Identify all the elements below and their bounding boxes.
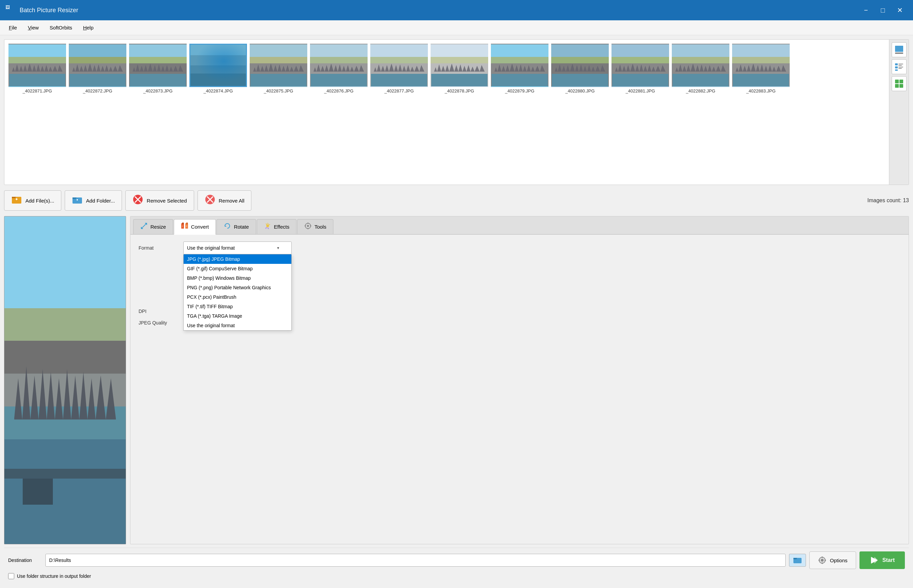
remove-selected-button[interactable]: Remove Selected [125, 191, 194, 211]
gallery-view-grid-button[interactable] [892, 76, 907, 91]
tabs-row: Resize J P Convert [131, 216, 908, 235]
tab-rotate[interactable]: Rotate [217, 219, 256, 234]
thumb-label: _4022873.JPG [143, 89, 173, 94]
folder-structure-checkbox[interactable] [8, 573, 14, 579]
dropdown-option-tif[interactable]: TIF (*.tif) TIFF Bitmap [184, 302, 291, 311]
gallery-view-large-button[interactable] [892, 42, 907, 57]
svg-rect-6 [898, 67, 903, 68]
thumb-label: _4022876.JPG [324, 89, 354, 94]
destination-input[interactable] [45, 554, 785, 567]
toolbar-row: Add File(s)... Add Folder... [4, 188, 909, 213]
remove-all-button[interactable]: Remove All [197, 191, 252, 211]
svg-line-39 [266, 227, 267, 229]
list-view-icon [894, 62, 904, 71]
thumb-image [370, 44, 428, 87]
list-item[interactable]: _4022879.JPG [491, 44, 548, 94]
tab-resize-label: Resize [150, 224, 166, 229]
title-bar: 🖼 Batch Picture Resizer − □ ✕ [0, 0, 913, 20]
tools-icon [304, 222, 312, 231]
tab-effects[interactable]: Effects [257, 219, 297, 234]
gallery-panel: _4022871.JPG _4022872.JPG _4022873.JPG [4, 39, 909, 185]
dropdown-option-jpg[interactable]: JPG (*.jpg) JPEG Bitmap [184, 254, 291, 264]
tab-tools[interactable]: Tools [297, 219, 333, 234]
start-button[interactable]: Start [860, 551, 905, 569]
list-item[interactable]: _4022877.JPG [370, 44, 428, 94]
list-item[interactable]: _4022873.JPG [129, 44, 187, 94]
menu-help[interactable]: Help [78, 23, 98, 32]
list-item[interactable]: _4022882.JPG [672, 44, 729, 94]
close-button[interactable]: ✕ [892, 4, 908, 16]
options-label: Options [830, 557, 848, 563]
preview-panel [4, 216, 126, 544]
start-label: Start [882, 557, 895, 563]
list-item[interactable]: _4022878.JPG [431, 44, 488, 94]
list-item[interactable]: _4022872.JPG [69, 44, 126, 94]
gallery-scroll[interactable]: _4022871.JPG _4022872.JPG _4022873.JPG [5, 40, 889, 184]
svg-line-36 [266, 223, 267, 225]
dropdown-option-png[interactable]: PNG (*.png) Portable Network Graphics [184, 283, 291, 292]
destination-browse-button[interactable] [789, 554, 806, 567]
list-item[interactable]: _4022881.JPG [611, 44, 669, 94]
add-files-icon [11, 194, 22, 207]
folder-structure-row: Use folder structure in output folder [8, 572, 905, 580]
gallery-view-list-button[interactable] [892, 59, 907, 74]
add-files-button[interactable]: Add File(s)... [4, 191, 61, 211]
maximize-button[interactable]: □ [875, 4, 890, 16]
tab-rotate-label: Rotate [234, 224, 249, 229]
thumb-image [551, 44, 609, 87]
options-button[interactable]: Options [810, 551, 856, 569]
grid-view-icon [894, 79, 904, 89]
dropdown-option-original[interactable]: Use the original format [184, 321, 291, 330]
convert-icon: J P [181, 222, 188, 231]
thumb-image [611, 44, 669, 87]
thumb-label: _4022871.JPG [23, 89, 52, 94]
folder-structure-label[interactable]: Use folder structure in output folder [17, 573, 91, 579]
svg-rect-10 [900, 79, 903, 83]
app-icon: 🖼 [5, 5, 16, 16]
format-dropdown-button[interactable]: Use the original format ▾ [183, 241, 292, 254]
tab-resize[interactable]: Resize [133, 219, 173, 234]
dropdown-option-tga[interactable]: TGA (*.tga) TARGA Image [184, 311, 291, 321]
minimize-button[interactable]: − [858, 4, 874, 16]
list-item[interactable]: _4022876.JPG [310, 44, 368, 94]
tab-convert[interactable]: J P Convert [174, 219, 216, 235]
menu-softorbits[interactable]: SoftOrbits [45, 23, 77, 32]
thumb-label: _4022882.JPG [686, 89, 716, 94]
list-item[interactable]: _4022880.JPG [551, 44, 609, 94]
svg-rect-16 [16, 198, 17, 200]
menu-view[interactable]: View [23, 23, 44, 32]
thumb-image [189, 44, 247, 87]
settings-panel: Resize J P Convert [130, 216, 909, 544]
list-item[interactable]: _4022875.JPG [250, 44, 307, 94]
svg-rect-51 [821, 562, 823, 564]
add-folder-button[interactable]: Add Folder... [65, 191, 122, 211]
large-view-icon [894, 45, 904, 55]
tab-content-convert: Format Use the original format ▾ JPG (*.… [131, 235, 908, 544]
dropdown-option-gif[interactable]: GIF (*.gif) CompuServe Bitmap [184, 264, 291, 273]
dpi-label: DPI [139, 309, 179, 314]
svg-rect-8 [895, 69, 898, 71]
thumb-label: _4022881.JPG [626, 89, 655, 94]
list-item[interactable]: _4022874.JPG [189, 44, 247, 94]
svg-rect-12 [900, 84, 903, 88]
svg-marker-18 [73, 197, 77, 199]
svg-point-41 [307, 225, 309, 227]
resize-icon [140, 222, 148, 231]
list-item[interactable]: _4022871.JPG [8, 44, 66, 94]
svg-rect-1 [895, 53, 903, 54]
menu-file[interactable]: File [4, 23, 22, 32]
svg-line-38 [268, 228, 269, 229]
format-label: Format [139, 245, 179, 250]
preview-image [5, 216, 126, 544]
svg-rect-9 [895, 79, 899, 83]
format-dropdown-wrapper: Use the original format ▾ JPG (*.jpg) JP… [183, 241, 292, 254]
dropdown-option-pcx[interactable]: PCX (*.pcx) PaintBrush [184, 292, 291, 302]
images-count: Images count: 13 [867, 197, 909, 204]
thumb-label: _4022877.JPG [385, 89, 414, 94]
svg-line-27 [141, 223, 147, 229]
dropdown-option-bmp[interactable]: BMP (*.bmp) Windows Bitmap [184, 273, 291, 283]
thumb-label: _4022872.JPG [83, 89, 113, 94]
destination-label: Destination [8, 557, 42, 563]
remove-all-icon [205, 194, 215, 207]
list-item[interactable]: _4022883.JPG [732, 44, 790, 94]
